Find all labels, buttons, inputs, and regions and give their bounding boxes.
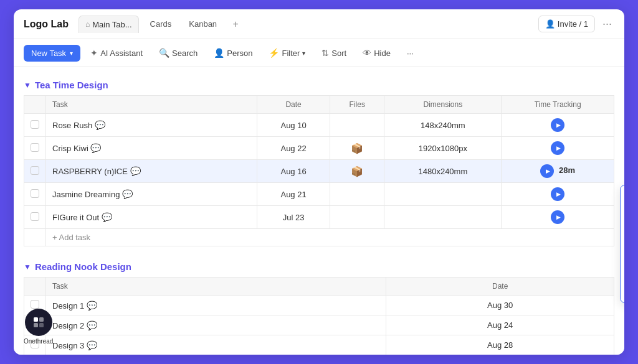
- group-title-1: Tea Time Design: [35, 80, 108, 90]
- task-date: Aug 24: [386, 315, 614, 335]
- play-button[interactable]: ▶: [551, 210, 564, 224]
- eye-icon: 👁: [363, 48, 371, 58]
- toolbar-more-button[interactable]: ···: [401, 45, 420, 62]
- chat-icon: 💬: [122, 189, 133, 199]
- task-date: Aug 30: [386, 296, 614, 315]
- task-time: ▶: [502, 114, 614, 137]
- header-more-button[interactable]: ···: [600, 15, 614, 33]
- chat-icon: 💬: [95, 120, 105, 130]
- task-dimensions: [384, 206, 502, 229]
- table-row: FIGure it Out 💬 Jul 23 ▶: [24, 206, 614, 229]
- col-task: Task: [46, 96, 257, 114]
- row-checkbox[interactable]: [31, 166, 39, 175]
- collapse-icon[interactable]: ▼: [24, 263, 31, 271]
- filter-icon: ⚡: [269, 48, 279, 58]
- add-task-label[interactable]: + Add task: [46, 229, 614, 246]
- row-checkbox[interactable]: [31, 189, 39, 198]
- row-checkbox[interactable]: [31, 143, 39, 152]
- table-row: RASPBERRY (n)ICE 💬 Aug 16 📦 1480x240mm ▶…: [24, 160, 614, 183]
- col-date: Date: [257, 96, 330, 114]
- col-checkbox: [24, 278, 46, 296]
- chat-icon: 💬: [87, 340, 97, 350]
- task-date: Aug 28: [386, 335, 614, 355]
- logo: Logo Lab: [24, 19, 69, 30]
- chat-icon: 💬: [90, 143, 101, 153]
- group-header-1: ▼ Tea Time Design: [14, 77, 624, 95]
- file-icon: 📦: [351, 143, 363, 154]
- play-button[interactable]: ▶: [551, 187, 564, 201]
- task-name[interactable]: FIGure it Out 💬: [46, 206, 257, 229]
- task-date: Aug 10: [257, 114, 330, 137]
- person-icon: 👤: [545, 19, 555, 29]
- task-dimensions: [384, 183, 502, 206]
- task-name[interactable]: Design 1 💬: [46, 296, 386, 315]
- group-title-2: Reading Nook Design: [35, 261, 131, 272]
- task-table-1: Task Date Files Dimensions Time Tracking: [24, 95, 614, 246]
- task-time: ▶: [502, 206, 614, 229]
- group-header-2: ▼ Reading Nook Design: [14, 259, 624, 277]
- task-name[interactable]: Rose Rush 💬: [46, 114, 257, 137]
- table-row: Jasmine Dreaming 💬 Aug 21 ▶: [24, 183, 614, 206]
- task-date: Aug 22: [257, 137, 330, 160]
- play-button[interactable]: ▶: [551, 118, 564, 132]
- play-button[interactable]: ▶: [540, 164, 554, 178]
- svg-rect-5: [34, 317, 38, 322]
- table-row: Crisp Kiwi 💬 Aug 22 📦 1920x1080px ▶: [24, 137, 614, 160]
- task-table-2: Task Date Design 1 💬 Aug 30 Design 2 💬: [24, 277, 614, 355]
- task-time: ▶: [502, 137, 614, 160]
- task-time: ▶ 28m: [502, 160, 614, 183]
- table-row: Design 2 💬 Aug 24: [24, 315, 614, 335]
- task-date: Aug 16: [257, 160, 330, 183]
- col-checkbox: [24, 96, 46, 114]
- task-date: Jul 23: [257, 206, 330, 229]
- row-checkbox[interactable]: [31, 300, 39, 309]
- task-dimensions: 1480x240mm: [384, 160, 502, 183]
- time-tracking-panel: Time Tracking Log Clear Export to Excel …: [620, 185, 624, 303]
- hide-button[interactable]: 👁 Hide: [356, 44, 397, 62]
- chevron-down-icon: ▾: [302, 50, 305, 57]
- onethread-label: Onethread: [24, 338, 53, 345]
- chevron-down-icon: ▾: [70, 50, 73, 57]
- table-row: Rose Rush 💬 Aug 10 148x240mm ▶: [24, 114, 614, 137]
- time-value: 28m: [559, 166, 575, 175]
- sort-button[interactable]: ⇅ Sort: [315, 44, 353, 62]
- task-name[interactable]: Design 3 💬: [46, 335, 386, 355]
- task-name[interactable]: Crisp Kiwi 💬: [46, 137, 257, 160]
- table-row: Design 3 💬 Aug 28: [24, 335, 614, 355]
- table-row: Design 1 💬 Aug 30: [24, 296, 614, 315]
- invite-button[interactable]: 👤 Invite / 1: [538, 16, 595, 32]
- logo-icon: [25, 309, 52, 336]
- tab-cards[interactable]: Cards: [144, 16, 178, 32]
- task-name[interactable]: Design 2 💬: [46, 315, 386, 335]
- row-checkbox[interactable]: [31, 212, 39, 221]
- filter-button[interactable]: ⚡ Filter ▾: [262, 44, 312, 62]
- tab-main[interactable]: ⌂ Main Tab...: [79, 16, 139, 33]
- row-checkbox[interactable]: [31, 120, 39, 129]
- header-right: 👤 Invite / 1 ···: [538, 15, 614, 33]
- collapse-icon[interactable]: ▼: [24, 81, 31, 90]
- task-files: [330, 206, 384, 229]
- person-button[interactable]: 👤 Person: [207, 44, 259, 62]
- search-button[interactable]: 🔍 Search: [153, 44, 204, 62]
- sort-icon: ⇅: [321, 48, 329, 58]
- new-task-button[interactable]: New Task ▾: [24, 45, 80, 62]
- task-dimensions: 1920x1080px: [384, 137, 502, 160]
- play-button[interactable]: ▶: [551, 141, 564, 155]
- task-time: ▶: [502, 183, 614, 206]
- search-icon: 🔍: [159, 48, 169, 58]
- ai-assistant-button[interactable]: ✦ AI Assistant: [84, 44, 149, 62]
- add-task-row[interactable]: + Add task: [24, 229, 614, 246]
- svg-rect-6: [39, 317, 44, 322]
- task-files: [330, 183, 384, 206]
- col-dimensions: Dimensions: [384, 96, 502, 114]
- onethread-logo: Onethread: [24, 309, 53, 345]
- add-tab-button[interactable]: +: [228, 17, 243, 32]
- app-header: Logo Lab ⌂ Main Tab... Cards Kanban + 👤 …: [14, 9, 624, 39]
- col-task: Task: [46, 278, 386, 296]
- tab-kanban[interactable]: Kanban: [183, 16, 223, 32]
- svg-rect-7: [34, 323, 38, 327]
- task-name[interactable]: RASPBERRY (n)ICE 💬: [46, 160, 257, 183]
- task-name[interactable]: Jasmine Dreaming 💬: [46, 183, 257, 206]
- svg-rect-8: [39, 323, 44, 327]
- chat-icon: 💬: [102, 212, 112, 222]
